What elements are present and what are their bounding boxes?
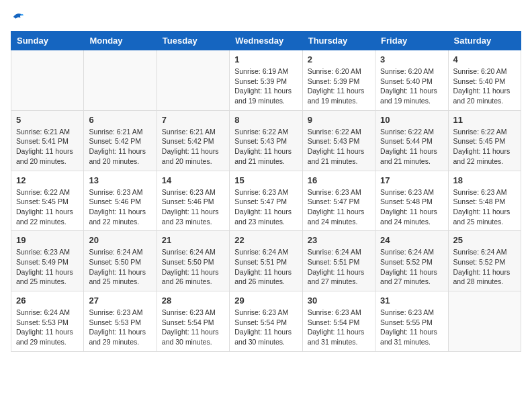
day-info: Sunrise: 6:23 AM Sunset: 5:48 PM Dayligh…	[453, 187, 516, 227]
calendar-cell: 10Sunrise: 6:22 AM Sunset: 5:44 PM Dayli…	[375, 110, 448, 171]
weekday-header-monday: Monday	[84, 32, 157, 50]
calendar-cell: 4Sunrise: 6:20 AM Sunset: 5:40 PM Daylig…	[448, 50, 521, 111]
day-number: 18	[453, 175, 516, 185]
calendar-cell: 2Sunrise: 6:20 AM Sunset: 5:39 PM Daylig…	[302, 50, 375, 111]
calendar-cell	[11, 50, 84, 111]
day-info: Sunrise: 6:23 AM Sunset: 5:46 PM Dayligh…	[89, 187, 151, 227]
day-info: Sunrise: 6:23 AM Sunset: 5:47 PM Dayligh…	[234, 187, 297, 227]
calendar-cell: 20Sunrise: 6:24 AM Sunset: 5:50 PM Dayli…	[84, 231, 157, 291]
day-info: Sunrise: 6:23 AM Sunset: 5:49 PM Dayligh…	[16, 247, 79, 287]
logo-bird-icon	[12, 11, 24, 23]
calendar-week-row: 1Sunrise: 6:19 AM Sunset: 5:39 PM Daylig…	[11, 50, 521, 111]
day-info: Sunrise: 6:19 AM Sunset: 5:39 PM Dayligh…	[234, 66, 297, 106]
day-number: 17	[380, 175, 443, 185]
calendar-cell: 31Sunrise: 6:23 AM Sunset: 5:55 PM Dayli…	[375, 291, 448, 352]
calendar-table: SundayMondayTuesdayWednesdayThursdayFrid…	[11, 31, 521, 352]
calendar-cell	[448, 291, 521, 352]
calendar-cell: 29Sunrise: 6:23 AM Sunset: 5:54 PM Dayli…	[230, 291, 302, 352]
calendar-cell: 14Sunrise: 6:23 AM Sunset: 5:46 PM Dayli…	[157, 171, 229, 231]
day-number: 23	[308, 235, 370, 245]
day-info: Sunrise: 6:20 AM Sunset: 5:40 PM Dayligh…	[453, 66, 516, 106]
day-number: 12	[16, 175, 79, 185]
day-info: Sunrise: 6:24 AM Sunset: 5:52 PM Dayligh…	[453, 247, 516, 287]
calendar-cell: 24Sunrise: 6:24 AM Sunset: 5:52 PM Dayli…	[375, 231, 448, 291]
calendar-cell: 22Sunrise: 6:24 AM Sunset: 5:51 PM Dayli…	[230, 231, 302, 291]
day-number: 30	[308, 295, 370, 306]
day-info: Sunrise: 6:22 AM Sunset: 5:45 PM Dayligh…	[453, 127, 516, 167]
day-number: 3	[380, 54, 443, 64]
calendar-cell: 1Sunrise: 6:19 AM Sunset: 5:39 PM Daylig…	[230, 50, 302, 111]
day-info: Sunrise: 6:22 AM Sunset: 5:44 PM Dayligh…	[380, 127, 443, 167]
calendar-cell: 30Sunrise: 6:23 AM Sunset: 5:54 PM Dayli…	[302, 291, 375, 352]
day-number: 21	[162, 235, 224, 245]
day-number: 31	[380, 295, 443, 306]
day-number: 6	[89, 115, 151, 125]
calendar-cell: 8Sunrise: 6:22 AM Sunset: 5:43 PM Daylig…	[230, 110, 302, 171]
calendar-cell: 21Sunrise: 6:24 AM Sunset: 5:50 PM Dayli…	[157, 231, 229, 291]
day-info: Sunrise: 6:21 AM Sunset: 5:41 PM Dayligh…	[16, 127, 79, 167]
calendar-week-row: 19Sunrise: 6:23 AM Sunset: 5:49 PM Dayli…	[11, 231, 521, 291]
day-number: 10	[380, 115, 443, 125]
day-number: 14	[162, 175, 224, 185]
day-number: 4	[453, 54, 516, 64]
logo	[11, 11, 24, 23]
day-info: Sunrise: 6:21 AM Sunset: 5:42 PM Dayligh…	[162, 127, 224, 167]
day-number: 16	[308, 175, 370, 185]
calendar-cell: 6Sunrise: 6:21 AM Sunset: 5:42 PM Daylig…	[84, 110, 157, 171]
day-number: 2	[308, 54, 370, 64]
day-info: Sunrise: 6:24 AM Sunset: 5:52 PM Dayligh…	[380, 247, 443, 287]
calendar-cell: 13Sunrise: 6:23 AM Sunset: 5:46 PM Dayli…	[84, 171, 157, 231]
day-info: Sunrise: 6:22 AM Sunset: 5:45 PM Dayligh…	[16, 187, 79, 227]
calendar-cell: 12Sunrise: 6:22 AM Sunset: 5:45 PM Dayli…	[11, 171, 84, 231]
calendar-cell: 26Sunrise: 6:24 AM Sunset: 5:53 PM Dayli…	[11, 291, 84, 352]
day-info: Sunrise: 6:22 AM Sunset: 5:43 PM Dayligh…	[308, 127, 370, 167]
day-info: Sunrise: 6:23 AM Sunset: 5:54 PM Dayligh…	[234, 308, 297, 347]
day-info: Sunrise: 6:23 AM Sunset: 5:53 PM Dayligh…	[89, 308, 151, 347]
calendar-cell	[157, 50, 229, 111]
day-number: 24	[380, 235, 443, 245]
day-info: Sunrise: 6:22 AM Sunset: 5:43 PM Dayligh…	[234, 127, 297, 167]
calendar-week-row: 5Sunrise: 6:21 AM Sunset: 5:41 PM Daylig…	[11, 110, 521, 171]
day-number: 19	[16, 235, 79, 245]
calendar-cell: 15Sunrise: 6:23 AM Sunset: 5:47 PM Dayli…	[230, 171, 302, 231]
weekday-header-saturday: Saturday	[448, 32, 521, 50]
day-info: Sunrise: 6:24 AM Sunset: 5:51 PM Dayligh…	[308, 247, 370, 287]
day-number: 11	[453, 115, 516, 125]
day-info: Sunrise: 6:20 AM Sunset: 5:40 PM Dayligh…	[380, 66, 443, 106]
day-number: 13	[89, 175, 151, 185]
weekday-header-thursday: Thursday	[302, 32, 375, 50]
day-info: Sunrise: 6:24 AM Sunset: 5:50 PM Dayligh…	[162, 247, 224, 287]
calendar-cell	[84, 50, 157, 111]
calendar-cell: 18Sunrise: 6:23 AM Sunset: 5:48 PM Dayli…	[448, 171, 521, 231]
day-info: Sunrise: 6:20 AM Sunset: 5:39 PM Dayligh…	[308, 66, 370, 106]
weekday-header-friday: Friday	[375, 32, 448, 50]
weekday-header-sunday: Sunday	[11, 32, 84, 50]
day-number: 28	[162, 295, 224, 306]
calendar-week-row: 26Sunrise: 6:24 AM Sunset: 5:53 PM Dayli…	[11, 291, 521, 352]
day-number: 25	[453, 235, 516, 245]
calendar-cell: 27Sunrise: 6:23 AM Sunset: 5:53 PM Dayli…	[84, 291, 157, 352]
calendar-cell: 28Sunrise: 6:23 AM Sunset: 5:54 PM Dayli…	[157, 291, 229, 352]
calendar-cell: 25Sunrise: 6:24 AM Sunset: 5:52 PM Dayli…	[448, 231, 521, 291]
weekday-header-tuesday: Tuesday	[157, 32, 229, 50]
day-number: 15	[234, 175, 297, 185]
day-number: 1	[234, 54, 297, 64]
calendar-cell: 5Sunrise: 6:21 AM Sunset: 5:41 PM Daylig…	[11, 110, 84, 171]
calendar-cell: 23Sunrise: 6:24 AM Sunset: 5:51 PM Dayli…	[302, 231, 375, 291]
calendar-header-row: SundayMondayTuesdayWednesdayThursdayFrid…	[11, 32, 521, 50]
day-number: 8	[234, 115, 297, 125]
day-info: Sunrise: 6:24 AM Sunset: 5:53 PM Dayligh…	[16, 308, 79, 347]
calendar-cell: 11Sunrise: 6:22 AM Sunset: 5:45 PM Dayli…	[448, 110, 521, 171]
calendar-cell: 19Sunrise: 6:23 AM Sunset: 5:49 PM Dayli…	[11, 231, 84, 291]
day-number: 22	[234, 235, 297, 245]
day-info: Sunrise: 6:23 AM Sunset: 5:55 PM Dayligh…	[380, 308, 443, 347]
day-number: 5	[16, 115, 79, 125]
day-info: Sunrise: 6:24 AM Sunset: 5:51 PM Dayligh…	[234, 247, 297, 287]
day-number: 26	[16, 295, 79, 306]
day-number: 27	[89, 295, 151, 306]
calendar-week-row: 12Sunrise: 6:22 AM Sunset: 5:45 PM Dayli…	[11, 171, 521, 231]
day-info: Sunrise: 6:21 AM Sunset: 5:42 PM Dayligh…	[89, 127, 151, 167]
calendar-cell: 9Sunrise: 6:22 AM Sunset: 5:43 PM Daylig…	[302, 110, 375, 171]
page-header	[11, 11, 521, 23]
day-info: Sunrise: 6:23 AM Sunset: 5:48 PM Dayligh…	[380, 187, 443, 227]
